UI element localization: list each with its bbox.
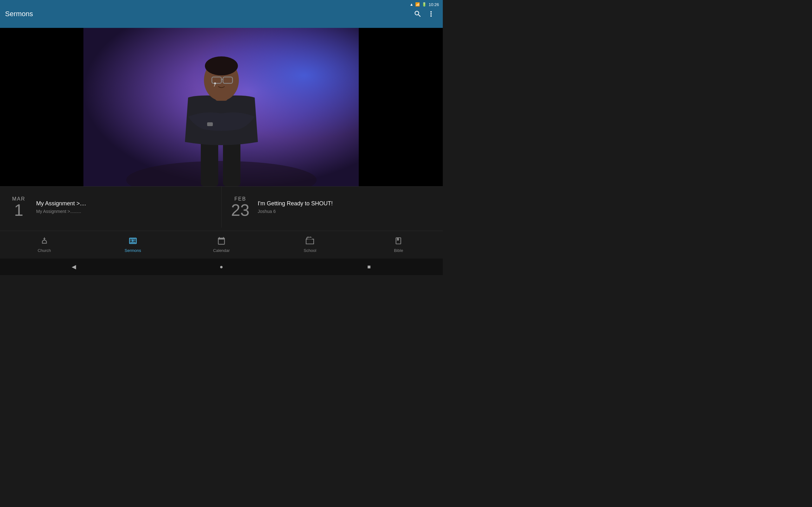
dark-right-panel: [359, 28, 443, 186]
church-icon: [40, 237, 49, 246]
sermon-date-2: FEB 23: [229, 196, 252, 218]
sermon-info-bar: MAR 1 My Assignment >.... My Assignment …: [0, 186, 443, 228]
svg-point-7: [205, 56, 238, 75]
status-bar: ▲ 📶 🔋 10:26: [410, 0, 443, 9]
svg-point-11: [214, 82, 216, 84]
recent-button[interactable]: ■: [361, 259, 377, 275]
search-button[interactable]: [411, 7, 424, 20]
battery-icon: 🔋: [422, 2, 426, 7]
system-navigation: ◀ ● ■: [0, 259, 443, 275]
nav-item-school[interactable]: School: [266, 234, 354, 256]
nav-label-school: School: [304, 248, 316, 253]
sermon-day-1: 1: [8, 202, 30, 218]
bottom-navigation: Church Sermons Calendar School: [0, 231, 443, 259]
svg-rect-13: [207, 122, 213, 126]
back-button[interactable]: ◀: [66, 259, 82, 275]
dark-left-panel: [0, 28, 84, 186]
signal-icon: 📶: [415, 2, 420, 7]
sermon-video-thumbnail[interactable]: [84, 28, 359, 186]
calendar-icon: [217, 237, 225, 246]
sermon-day-2: 23: [229, 202, 252, 218]
time-display: 10:26: [428, 2, 439, 7]
nav-label-bible: Bible: [394, 248, 403, 253]
app-title: Sermons: [5, 10, 411, 18]
wifi-icon: ▲: [410, 2, 414, 7]
nav-label-calendar: Calendar: [213, 248, 230, 253]
sermon-text-1: My Assignment >.... My Assignment >.....…: [36, 200, 214, 214]
sermon-item-1[interactable]: MAR 1 My Assignment >.... My Assignment …: [0, 187, 222, 228]
bible-icon: [394, 237, 403, 246]
sermon-title-1: My Assignment >....: [36, 200, 214, 207]
school-icon: [306, 237, 314, 246]
sermon-date-1: MAR 1: [8, 196, 30, 218]
nav-label-church: Church: [38, 248, 51, 253]
nav-label-sermons: Sermons: [125, 248, 141, 253]
sermon-item-2[interactable]: FEB 23 I'm Getting Ready to SHOUT! Joshu…: [222, 187, 443, 228]
nav-item-church[interactable]: Church: [0, 234, 89, 256]
sermon-title-2: I'm Getting Ready to SHOUT!: [258, 200, 436, 207]
nav-item-calendar[interactable]: Calendar: [177, 234, 265, 256]
nav-item-bible[interactable]: Bible: [354, 234, 443, 256]
sermon-subtitle-2: Joshua 6: [258, 209, 436, 214]
sermons-icon: [129, 237, 137, 246]
hero-image-area[interactable]: [0, 28, 443, 186]
svg-rect-15: [398, 239, 399, 240]
app-bar: Sermons: [0, 0, 443, 28]
sermon-subtitle-1: My Assignment >.........: [36, 209, 214, 214]
more-options-button[interactable]: [424, 7, 438, 20]
sermon-text-2: I'm Getting Ready to SHOUT! Joshua 6: [258, 200, 436, 214]
home-button[interactable]: ●: [213, 259, 229, 275]
nav-item-sermons[interactable]: Sermons: [89, 234, 177, 256]
